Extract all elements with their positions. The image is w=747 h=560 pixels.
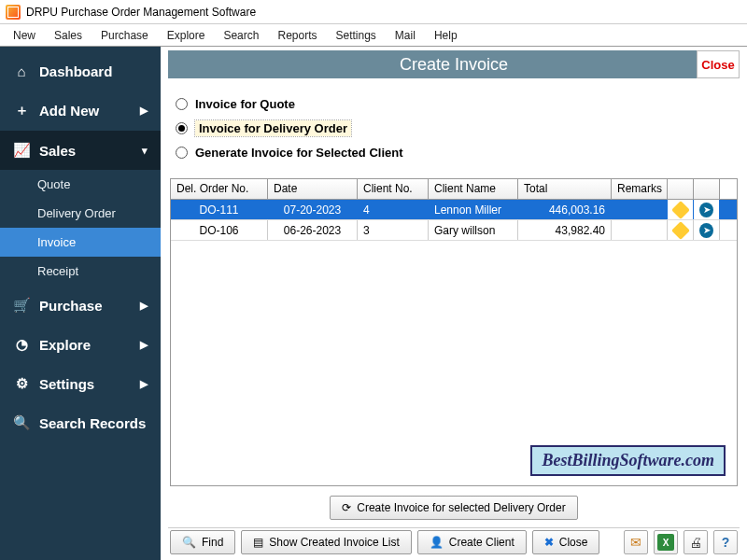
- mail-icon: ✉: [630, 535, 641, 550]
- window-title: DRPU Purchase Order Management Software: [26, 6, 256, 19]
- create-invoice-button[interactable]: ⟳Create Invoice for selected Delivery Or…: [330, 496, 577, 520]
- cell-order-no: DO-111: [171, 200, 268, 219]
- sidebar-sub-receipt[interactable]: Receipt: [0, 257, 161, 286]
- menu-help[interactable]: Help: [425, 26, 467, 45]
- col-client-no[interactable]: Client No.: [358, 179, 429, 199]
- watermark: BestBillingSoftware.com: [530, 445, 726, 476]
- radio-icon: [176, 147, 188, 159]
- arrow-right-icon: ➤: [699, 203, 713, 217]
- edit-row-button[interactable]: [668, 220, 694, 240]
- col-date[interactable]: Date: [268, 179, 358, 199]
- menu-reports[interactable]: Reports: [268, 26, 326, 45]
- help-button[interactable]: ?: [713, 530, 738, 554]
- cell-client-name: Gary willson: [429, 220, 518, 240]
- sidebar-sub-quote[interactable]: Quote: [0, 170, 161, 199]
- cell-order-no: DO-106: [171, 220, 268, 240]
- close-icon: ✖: [544, 536, 554, 549]
- col-remarks[interactable]: Remarks: [612, 179, 668, 199]
- cell-client-no: 4: [358, 200, 429, 219]
- edit-row-button[interactable]: [668, 200, 694, 219]
- sidebar-item-addnew[interactable]: ＋Add New▶: [0, 91, 161, 131]
- sidebar-item-search[interactable]: 🔍Search Records: [0, 403, 161, 442]
- chevron-right-icon: ▶: [140, 105, 148, 117]
- refresh-icon: ⟳: [342, 501, 351, 514]
- cell-remarks: [612, 220, 668, 240]
- cell-remarks: [612, 200, 668, 219]
- sales-subitems: Quote Delivery Order Invoice Receipt: [0, 170, 161, 286]
- grid-header: Del. Order No. Date Client No. Client Na…: [171, 179, 737, 200]
- radio-icon: [176, 98, 188, 110]
- pencil-icon: [671, 201, 690, 219]
- home-icon: ⌂: [13, 63, 30, 79]
- close-button[interactable]: Close: [697, 50, 740, 78]
- search-icon: 🔍: [13, 414, 30, 431]
- invoice-type-radios: Invoice for Quote Invoice for Delivery O…: [168, 78, 740, 175]
- table-row[interactable]: DO-111 07-20-2023 4 Lennon Miller 446,00…: [171, 200, 737, 220]
- gear-icon: ⚙: [13, 375, 30, 392]
- menu-explore[interactable]: Explore: [158, 26, 215, 45]
- print-icon: 🖨: [689, 535, 702, 550]
- export-excel-button[interactable]: X: [654, 530, 678, 554]
- table-row[interactable]: DO-106 06-26-2023 3 Gary willson 43,982.…: [171, 220, 737, 241]
- sidebar-item-dashboard[interactable]: ⌂Dashboard: [0, 52, 161, 91]
- col-client-name[interactable]: Client Name: [429, 179, 518, 199]
- pie-icon: ◔: [13, 336, 30, 353]
- menu-settings[interactable]: Settings: [327, 26, 386, 45]
- show-invoice-list-button[interactable]: ▤Show Created Invoice List: [241, 530, 411, 554]
- cell-client-name: Lennon Miller: [429, 200, 518, 219]
- search-icon: 🔍: [182, 536, 196, 549]
- title-bar: DRPU Purchase Order Management Software: [0, 0, 747, 24]
- sidebar-item-settings[interactable]: ⚙Settings▶: [0, 364, 161, 403]
- menu-purchase[interactable]: Purchase: [92, 26, 158, 45]
- sidebar-sub-delivery[interactable]: Delivery Order: [0, 199, 161, 228]
- radio-invoice-delivery[interactable]: Invoice for Delivery Order: [176, 120, 732, 136]
- col-del-order-no[interactable]: Del. Order No.: [171, 179, 268, 199]
- mail-button[interactable]: ✉: [624, 530, 648, 554]
- col-edit: [668, 179, 694, 199]
- sidebar: ⌂Dashboard ＋Add New▶ 📈Sales▾ Quote Deliv…: [0, 47, 161, 560]
- chevron-right-icon: ▶: [140, 339, 148, 351]
- cell-client-no: 3: [358, 220, 429, 240]
- cell-total: 43,982.40: [518, 220, 612, 240]
- menu-sales[interactable]: Sales: [45, 26, 92, 45]
- close-bottom-button[interactable]: ✖Close: [532, 530, 600, 554]
- radio-invoice-quote[interactable]: Invoice for Quote: [176, 97, 732, 111]
- arrow-right-icon: ➤: [699, 223, 713, 238]
- chevron-right-icon: ▶: [140, 300, 148, 312]
- create-invoice-bar: ⟳Create Invoice for selected Delivery Or…: [168, 490, 740, 527]
- page-title: Create Invoice: [168, 55, 740, 75]
- open-row-button[interactable]: ➤: [694, 220, 720, 240]
- col-total[interactable]: Total: [518, 179, 612, 199]
- find-button[interactable]: 🔍Find: [170, 530, 235, 554]
- sidebar-item-sales[interactable]: 📈Sales▾: [0, 131, 161, 170]
- cart-icon: 🛒: [13, 297, 30, 314]
- col-go: [694, 179, 720, 199]
- sidebar-item-purchase[interactable]: 🛒Purchase▶: [0, 286, 161, 325]
- create-client-button[interactable]: 👤Create Client: [417, 530, 527, 554]
- chevron-down-icon: ▾: [142, 145, 148, 157]
- radio-invoice-client[interactable]: Generate Invoice for Selected Client: [176, 146, 732, 160]
- cell-date: 07-20-2023: [268, 200, 358, 219]
- bottom-toolbar: 🔍Find ▤Show Created Invoice List 👤Create…: [168, 527, 740, 556]
- menu-mail[interactable]: Mail: [386, 26, 425, 45]
- cell-total: 446,003.16: [518, 200, 612, 219]
- menu-new[interactable]: New: [4, 26, 45, 45]
- print-button[interactable]: 🖨: [684, 530, 708, 554]
- sidebar-item-explore[interactable]: ◔Explore▶: [0, 325, 161, 364]
- open-row-button[interactable]: ➤: [694, 200, 720, 219]
- sidebar-sub-invoice[interactable]: Invoice: [0, 228, 161, 257]
- radio-icon: [176, 122, 188, 134]
- plus-icon: ＋: [13, 102, 30, 119]
- menu-search[interactable]: Search: [214, 26, 268, 45]
- chart-icon: 📈: [13, 142, 30, 159]
- delivery-order-grid: Del. Order No. Date Client No. Client Na…: [170, 178, 738, 486]
- main-panel: Create Invoice Close Invoice for Quote I…: [161, 47, 747, 560]
- help-icon: ?: [722, 535, 730, 550]
- excel-icon: X: [657, 534, 674, 551]
- app-icon: [6, 5, 21, 20]
- list-icon: ▤: [253, 536, 263, 549]
- pencil-icon: [671, 221, 690, 240]
- menu-bar: New Sales Purchase Explore Search Report…: [0, 24, 747, 47]
- cell-date: 06-26-2023: [268, 220, 358, 240]
- user-icon: 👤: [430, 536, 444, 549]
